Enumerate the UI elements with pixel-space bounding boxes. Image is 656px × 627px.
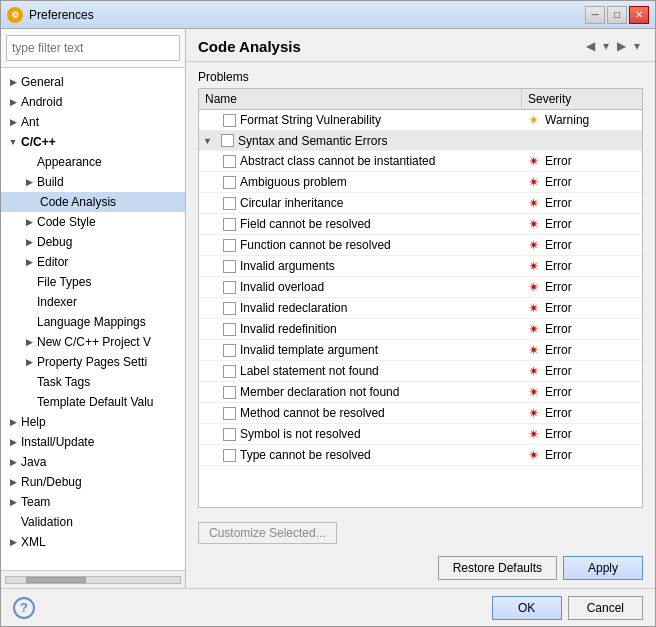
sidebar-item-new-cpp[interactable]: ▶ New C/C++ Project V [1,332,185,352]
table-row[interactable]: Invalid redefinition ✴ Error [199,319,642,340]
table-row-group[interactable]: ▼ Syntax and Semantic Errors [199,131,642,151]
row-checkbox[interactable] [223,155,236,168]
restore-defaults-button[interactable]: Restore Defaults [438,556,557,580]
row-checkbox[interactable] [223,260,236,273]
row-checkbox[interactable] [223,218,236,231]
row-checkbox[interactable] [223,302,236,315]
row-checkbox[interactable] [223,323,236,336]
sidebar-item-general[interactable]: ▶ General [1,72,185,92]
row-label: Invalid redeclaration [240,301,347,315]
col-severity-header: Severity [522,89,642,109]
row-checkbox[interactable] [223,114,236,127]
sidebar-item-code-analysis[interactable]: Code Analysis [1,192,185,212]
footer-buttons: OK Cancel [492,596,643,620]
nav-forward-dropdown-button[interactable]: ▾ [631,37,643,55]
row-checkbox[interactable] [223,428,236,441]
title-bar: ⚙ Preferences ─ □ ✕ [1,1,655,29]
expand-arrow: ▶ [21,354,37,370]
ok-button[interactable]: OK [492,596,562,620]
sidebar-item-template-default[interactable]: Template Default Valu [1,392,185,412]
sidebar-item-debug[interactable]: ▶ Debug [1,232,185,252]
sidebar-item-label: Appearance [37,155,102,169]
sidebar-item-install-update[interactable]: ▶ Install/Update [1,432,185,452]
severity-label: Error [545,238,572,252]
minimize-button[interactable]: ─ [585,6,605,24]
sidebar-item-editor[interactable]: ▶ Editor [1,252,185,272]
row-checkbox[interactable] [223,239,236,252]
cell-name: Type cannot be resolved [199,446,522,464]
row-checkbox[interactable] [223,281,236,294]
sidebar-item-appearance[interactable]: Appearance [1,152,185,172]
table-row[interactable]: Member declaration not found ✴ Error [199,382,642,403]
action-buttons-row: Restore Defaults Apply [186,550,655,588]
sidebar-item-validation[interactable]: Validation [1,512,185,532]
close-button[interactable]: ✕ [629,6,649,24]
sidebar-item-label: Validation [21,515,73,529]
sidebar-item-run-debug[interactable]: ▶ Run/Debug [1,472,185,492]
table-row[interactable]: Symbol is not resolved ✴ Error [199,424,642,445]
search-input[interactable] [6,35,180,61]
severity-label: Warning [545,113,589,127]
table-row[interactable]: Invalid template argument ✴ Error [199,340,642,361]
table-row[interactable]: Invalid redeclaration ✴ Error [199,298,642,319]
table-row[interactable]: Function cannot be resolved ✴ Error [199,235,642,256]
sidebar-item-label: New C/C++ Project V [37,335,151,349]
cancel-button[interactable]: Cancel [568,596,643,620]
expand-arrow [21,294,37,310]
table-row[interactable]: Invalid overload ✴ Error [199,277,642,298]
table-row[interactable]: Method cannot be resolved ✴ Error [199,403,642,424]
sidebar-item-cpp[interactable]: ▼ C/C++ [1,132,185,152]
help-button[interactable]: ? [13,597,35,619]
row-label: Member declaration not found [240,385,399,399]
horizontal-scrollbar[interactable] [5,576,181,584]
sidebar-item-xml[interactable]: ▶ XML [1,532,185,552]
row-checkbox[interactable] [223,407,236,420]
error-icon: ✴ [526,405,542,421]
expand-arrow [21,374,37,390]
window-footer: ? OK Cancel [1,588,655,626]
sidebar-item-java[interactable]: ▶ Java [1,452,185,472]
customize-selected-button[interactable]: Customize Selected... [198,522,337,544]
cell-severity [522,139,642,143]
table-row[interactable]: Format String Vulnerability ✴ Warning [199,110,642,131]
cell-severity: ✴ Error [522,193,642,213]
row-checkbox[interactable] [223,176,236,189]
table-row[interactable]: Label statement not found ✴ Error [199,361,642,382]
table-row[interactable]: Type cannot be resolved ✴ Error [199,445,642,466]
row-checkbox[interactable] [223,365,236,378]
cell-severity: ✴ Warning [522,110,642,130]
table-row[interactable]: Field cannot be resolved ✴ Error [199,214,642,235]
row-label: Circular inheritance [240,196,343,210]
sidebar-item-task-tags[interactable]: Task Tags [1,372,185,392]
sidebar-item-ant[interactable]: ▶ Ant [1,112,185,132]
sidebar-item-code-style[interactable]: ▶ Code Style [1,212,185,232]
cell-name: Method cannot be resolved [199,404,522,422]
row-checkbox[interactable] [223,197,236,210]
sidebar-item-label: Ant [21,115,39,129]
sidebar-item-language-mappings[interactable]: Language Mappings [1,312,185,332]
row-checkbox[interactable] [223,386,236,399]
nav-tree: ▶ General ▶ Android ▶ Ant ▼ C/C++ App [1,68,185,570]
sidebar-item-build[interactable]: ▶ Build [1,172,185,192]
sidebar-item-file-types[interactable]: File Types [1,272,185,292]
sidebar-item-property-pages[interactable]: ▶ Property Pages Setti [1,352,185,372]
table-row[interactable]: Invalid arguments ✴ Error [199,256,642,277]
row-checkbox[interactable] [221,134,234,147]
sidebar-item-indexer[interactable]: Indexer [1,292,185,312]
nav-dropdown-button[interactable]: ▾ [600,37,612,55]
maximize-button[interactable]: □ [607,6,627,24]
nav-forward-button[interactable]: ▶ [614,37,629,55]
table-row[interactable]: Circular inheritance ✴ Error [199,193,642,214]
row-checkbox[interactable] [223,449,236,462]
expand-arrow: ▶ [5,474,21,490]
error-icon: ✴ [526,153,542,169]
apply-button[interactable]: Apply [563,556,643,580]
nav-back-button[interactable]: ◀ [583,37,598,55]
table-row[interactable]: Ambiguous problem ✴ Error [199,172,642,193]
sidebar-item-team[interactable]: ▶ Team [1,492,185,512]
row-checkbox[interactable] [223,344,236,357]
cell-severity: ✴ Error [522,445,642,465]
sidebar-item-android[interactable]: ▶ Android [1,92,185,112]
table-row[interactable]: Abstract class cannot be instantiated ✴ … [199,151,642,172]
sidebar-item-help[interactable]: ▶ Help [1,412,185,432]
